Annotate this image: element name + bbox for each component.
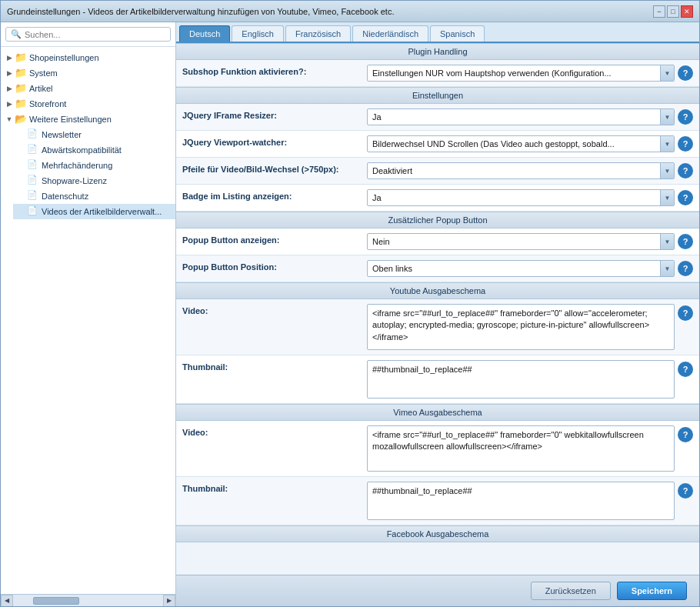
- sidebar-item-system[interactable]: ▶ 📁 System: [1, 65, 175, 81]
- toggle-icon: ▶: [4, 98, 15, 109]
- sidebar-item-label: Abwärtskompatibilität: [42, 145, 122, 155]
- help-button-popup-anzeigen[interactable]: ?: [678, 234, 693, 249]
- select-arrow-icon[interactable]: ▼: [660, 162, 674, 179]
- content-area: Plugin Handling Subshop Funktion aktivie…: [176, 43, 699, 575]
- form-row-popup-position: Popup Button Position: Oben links ▼ ?: [176, 255, 699, 282]
- sidebar-item-abwarts[interactable]: 📄 Abwärtskompatibilität: [13, 142, 175, 158]
- tab-niederlandisch[interactable]: Niederländisch: [352, 25, 428, 42]
- doc-icon: 📄: [27, 205, 39, 218]
- select-arrow-icon[interactable]: ▼: [660, 108, 674, 125]
- doc-icon: 📄: [27, 128, 39, 141]
- tab-franzosisch[interactable]: Französisch: [285, 25, 351, 42]
- window-title: Grundeinstellungen - Videos der Artikelb…: [7, 7, 394, 16]
- form-row-vimeo-video: Video: <iframe src="##url_to_replace##" …: [176, 421, 699, 477]
- sidebar-item-label: Datenschutz: [42, 192, 88, 201]
- form-row-pfeile: Pfeile für Video/Bild-Wechsel (>750px): …: [176, 158, 699, 185]
- sidebar-item-weitere[interactable]: ▼ 📂 Weitere Einstellungen: [1, 112, 175, 127]
- tab-spanisch[interactable]: Spanisch: [430, 25, 485, 42]
- toggle-icon: ▶: [4, 68, 15, 78]
- sidebar-item-datenschutz[interactable]: 📄 Datenschutz: [13, 188, 175, 204]
- sidebar-item-lizenz[interactable]: 📄 Shopware-Lizenz: [13, 173, 175, 188]
- search-bar: 🔍: [1, 22, 175, 47]
- field-label-popup-anzeigen: Popup Button anzeigen:: [182, 233, 367, 245]
- search-icon: 🔍: [11, 29, 22, 39]
- search-input[interactable]: [25, 30, 165, 39]
- folder-icon: 📁: [15, 82, 27, 95]
- horizontal-scrollbar[interactable]: ◀ ▶: [1, 594, 175, 606]
- maximize-button[interactable]: □: [667, 5, 679, 18]
- help-button-jquery-viewport[interactable]: ?: [678, 136, 693, 152]
- form-control: ##thumbnail_to_replace## ?: [367, 360, 693, 399]
- folder-icon: 📁: [15, 67, 27, 79]
- select-popup-anzeigen[interactable]: Nein ▼: [367, 233, 675, 250]
- select-jquery-iframe[interactable]: Ja ▼: [367, 108, 675, 125]
- tab-englisch[interactable]: Englisch: [232, 25, 284, 42]
- sidebar-item-newsletter[interactable]: 📄 Newsletter: [13, 127, 175, 142]
- doc-icon: 📄: [27, 159, 39, 172]
- save-button[interactable]: Speichern: [617, 582, 687, 600]
- folder-open-icon: 📂: [15, 113, 27, 125]
- doc-icon: 📄: [27, 190, 39, 202]
- select-arrow-icon[interactable]: ▼: [660, 65, 674, 82]
- form-row-popup-anzeigen: Popup Button anzeigen: Nein ▼ ?: [176, 228, 699, 255]
- textarea-youtube-video[interactable]: <iframe src="##url_to_replace##" framebo…: [367, 304, 675, 350]
- sidebar-item-shopeinstellungen[interactable]: ▶ 📁 Shopeinstellungen: [1, 50, 175, 65]
- sidebar-item-videos[interactable]: 📄 Videos der Artikelbilderverwalt...: [13, 204, 175, 219]
- help-button-youtube-thumbnail[interactable]: ?: [678, 362, 693, 377]
- close-button[interactable]: ✕: [681, 5, 693, 18]
- help-button-youtube-video[interactable]: ?: [678, 305, 693, 321]
- minimize-button[interactable]: −: [653, 5, 665, 18]
- help-button-vimeo-thumbnail[interactable]: ?: [678, 483, 693, 499]
- select-arrow-icon[interactable]: ▼: [660, 135, 674, 152]
- select-arrow-icon[interactable]: ▼: [660, 260, 674, 277]
- sidebar-item-label: Mehrfachänderung: [42, 161, 112, 170]
- tab-deutsch[interactable]: Deutsch: [179, 25, 230, 42]
- field-label-vimeo-video: Video:: [182, 425, 367, 437]
- sidebar-item-mehrfach[interactable]: 📄 Mehrfachänderung: [13, 158, 175, 173]
- select-arrow-icon[interactable]: ▼: [660, 233, 674, 250]
- select-subshop[interactable]: Einstellungen NUR vom Hauptshop verwende…: [367, 65, 675, 82]
- select-jquery-viewport[interactable]: Bilderwechsel UND Scrollen (Das Video au…: [367, 135, 675, 152]
- bottom-bar: Zurücksetzen Speichern: [176, 575, 699, 606]
- scroll-right-arrow[interactable]: ▶: [163, 595, 175, 607]
- textarea-vimeo-video[interactable]: <iframe src="##url_to_replace##" framebo…: [367, 425, 675, 472]
- reset-button[interactable]: Zurücksetzen: [531, 582, 611, 600]
- help-button-subshop[interactable]: ?: [678, 65, 693, 81]
- textarea-vimeo-thumbnail[interactable]: ##thumbnail_to_replace##: [367, 482, 675, 520]
- form-control: Ja ▼ ?: [367, 189, 693, 206]
- scroll-left-arrow[interactable]: ◀: [1, 595, 13, 607]
- select-value: Bilderwechsel UND Scrollen (Das Video au…: [368, 138, 660, 150]
- help-button-jquery-iframe[interactable]: ?: [678, 109, 693, 125]
- form-control: Nein ▼ ?: [367, 233, 693, 250]
- folder-icon: 📁: [15, 52, 27, 64]
- select-badge[interactable]: Ja ▼: [367, 189, 675, 206]
- select-arrow-icon[interactable]: ▼: [660, 189, 674, 206]
- help-button-badge[interactable]: ?: [678, 190, 693, 205]
- help-button-pfeile[interactable]: ?: [678, 163, 693, 178]
- form-control: Bilderwechsel UND Scrollen (Das Video au…: [367, 135, 693, 152]
- select-value: Oben links: [368, 262, 660, 275]
- form-row-vimeo-thumbnail: Thumbnail: ##thumbnail_to_replace## ?: [176, 477, 699, 525]
- title-bar: Grundeinstellungen - Videos der Artikelb…: [1, 1, 699, 22]
- section-header-popup: Zusätzlicher Popup Button: [176, 212, 699, 228]
- section-header-einstellungen: Einstellungen: [176, 87, 699, 104]
- select-popup-position[interactable]: Oben links ▼: [367, 260, 675, 277]
- doc-icon: 📄: [27, 144, 39, 156]
- form-row-jquery-iframe: JQuery IFrame Resizer: Ja ▼ ?: [176, 104, 699, 131]
- select-pfeile[interactable]: Deaktiviert ▼: [367, 162, 675, 179]
- select-value: Ja: [368, 111, 660, 123]
- scroll-thumb[interactable]: [33, 597, 79, 605]
- help-button-vimeo-video[interactable]: ?: [678, 427, 693, 442]
- toggle-icon: ▶: [4, 52, 15, 63]
- textarea-youtube-thumbnail[interactable]: ##thumbnail_to_replace##: [367, 360, 675, 399]
- sidebar-item-artikel[interactable]: ▶ 📁 Artikel: [1, 81, 175, 96]
- form-row-subshop: Subshop Funktion aktivieren?: Einstellun…: [176, 60, 699, 87]
- form-row-youtube-video: Video: <iframe src="##url_to_replace##" …: [176, 299, 699, 355]
- right-panel: Deutsch Englisch Französisch Niederländi…: [176, 22, 699, 606]
- spacer: [16, 191, 27, 202]
- section-header-youtube: Youtube Ausgabeschema: [176, 282, 699, 299]
- scroll-track: [25, 597, 151, 605]
- help-button-popup-position[interactable]: ?: [678, 261, 693, 276]
- sidebar-item-storefront[interactable]: ▶ 📁 Storefront: [1, 96, 175, 112]
- field-label-pfeile: Pfeile für Video/Bild-Wechsel (>750px):: [182, 162, 367, 174]
